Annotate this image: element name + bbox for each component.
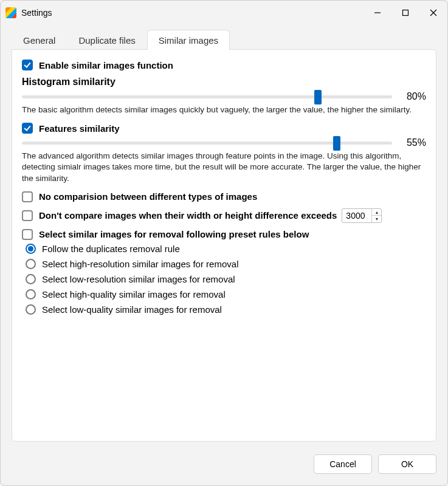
features-value: 55% [397, 137, 426, 148]
minimize-button[interactable] [364, 1, 391, 25]
titlebar: Settings [1, 1, 447, 25]
histogram-value: 80% [397, 91, 426, 102]
size-diff-input-wrap: ▲ ▼ [342, 208, 382, 223]
tabs: General Duplicate files Similar images [1, 29, 447, 49]
rule-option-2[interactable]: Select low-resolution similar images for… [26, 274, 426, 284]
tab-general[interactable]: General [12, 30, 67, 50]
histogram-slider[interactable] [22, 95, 392, 98]
features-description: The advanced algorithm detects similar i… [22, 151, 426, 184]
histogram-description: The basic algorithm detects similar imag… [22, 104, 426, 115]
features-slider-row: 55% [22, 137, 426, 148]
rule-label-3: Select high-quality similar images for r… [42, 289, 226, 299]
size-diff-spin-up[interactable]: ▲ [372, 209, 381, 216]
cancel-button[interactable]: Cancel [314, 454, 372, 474]
maximize-icon [402, 9, 409, 16]
no-compare-types-label: No comparision between different types o… [39, 191, 257, 202]
enable-similar-row: Enable similar images function [22, 60, 426, 70]
rule-option-4[interactable]: Select low-quality similar images for re… [26, 304, 426, 315]
size-diff-spinners: ▲ ▼ [371, 209, 381, 222]
rule-radio-1[interactable] [26, 259, 36, 269]
rule-option-0[interactable]: Follow the duplicates removal rule [26, 244, 426, 254]
rule-label-2: Select low-resolution similar images for… [42, 274, 235, 284]
close-icon [430, 9, 437, 16]
preset-rules-label: Select similar images for removal follow… [39, 229, 309, 239]
features-row: Features similarity [22, 123, 426, 134]
size-diff-label: Don't compare images when their width or… [39, 210, 337, 221]
preset-rules-checkbox[interactable] [22, 229, 33, 240]
features-label: Features similarity [39, 123, 120, 134]
window-title: Settings [21, 8, 52, 18]
features-checkbox[interactable] [22, 123, 33, 134]
histogram-title: Histogram similarity [22, 77, 426, 87]
rule-option-3[interactable]: Select high-quality similar images for r… [26, 289, 426, 299]
tab-duplicate-files[interactable]: Duplicate files [67, 30, 146, 50]
rule-option-1[interactable]: Select high-resolution similar images fo… [26, 259, 426, 269]
features-slider[interactable] [22, 142, 392, 145]
ok-button[interactable]: OK [378, 454, 436, 474]
rule-radio-4[interactable] [26, 304, 36, 315]
rule-label-4: Select low-quality similar images for re… [42, 304, 222, 315]
maximize-button[interactable] [391, 1, 419, 25]
size-diff-input[interactable] [342, 209, 371, 222]
rule-radio-0[interactable] [26, 244, 36, 254]
size-diff-spin-down[interactable]: ▼ [372, 216, 381, 222]
rule-radio-3[interactable] [26, 289, 36, 299]
tab-similar-images[interactable]: Similar images [147, 30, 230, 50]
svg-rect-1 [403, 10, 408, 16]
rule-label-0: Follow the duplicates removal rule [42, 244, 180, 254]
app-icon [5, 7, 16, 18]
minimize-icon [374, 9, 381, 16]
enable-similar-checkbox[interactable] [22, 60, 33, 70]
close-button[interactable] [419, 1, 447, 25]
size-diff-checkbox[interactable] [22, 210, 33, 221]
no-compare-types-checkbox[interactable] [22, 191, 33, 202]
features-slider-thumb[interactable] [333, 136, 340, 151]
no-compare-types-row: No comparision between different types o… [22, 191, 426, 202]
rule-label-1: Select high-resolution similar images fo… [42, 259, 238, 269]
histogram-slider-thumb[interactable] [314, 90, 322, 104]
enable-similar-label: Enable similar images function [39, 60, 173, 70]
preset-rules-row: Select similar images for removal follow… [22, 229, 426, 240]
size-diff-row: Don't compare images when their width or… [22, 208, 426, 223]
rule-radio-2[interactable] [26, 274, 36, 284]
footer: Cancel OK [1, 451, 447, 485]
histogram-slider-row: 80% [22, 91, 426, 102]
similar-images-panel: Enable similar images function Histogram… [12, 49, 436, 442]
settings-window: Settings General Duplicate files Similar… [0, 0, 448, 486]
